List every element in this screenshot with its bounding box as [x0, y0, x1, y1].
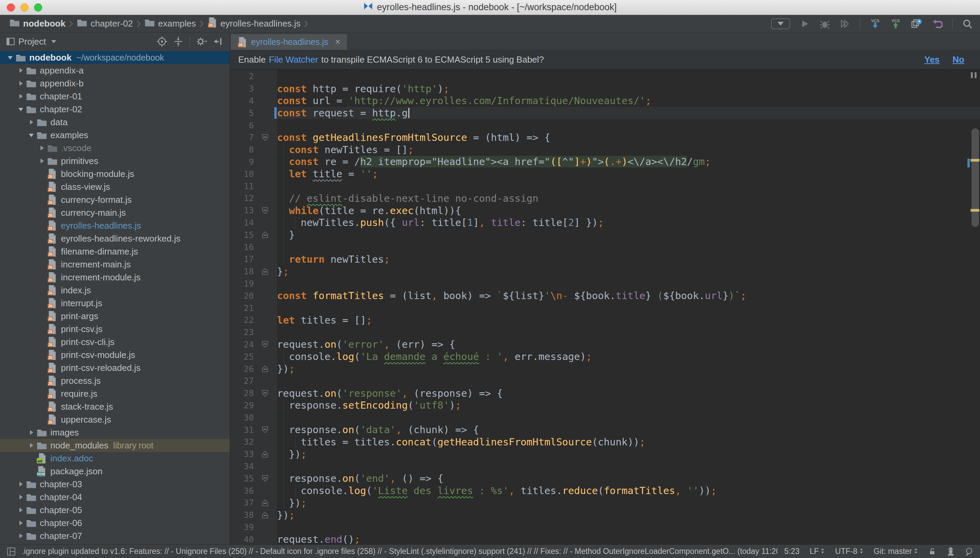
- run-config-selector[interactable]: [771, 18, 790, 29]
- run-button[interactable]: [799, 19, 810, 29]
- code-text[interactable]: request.end();: [276, 533, 980, 544]
- breadcrumb-nodebook[interactable]: nodebook: [8, 17, 67, 30]
- tree-item-filename-dirname-js[interactable]: JSfilename-dirname.js: [0, 245, 230, 258]
- code-text[interactable]: console.log('Liste des livres : %s', tit…: [276, 484, 980, 497]
- tree-item-appendix-b[interactable]: appendix-b: [0, 77, 230, 90]
- breadcrumb-examples[interactable]: examples: [143, 17, 198, 30]
- minimize-window-button[interactable]: [20, 3, 29, 11]
- fold-marker-icon[interactable]: [254, 207, 276, 215]
- git-branch[interactable]: Git: master: [874, 547, 918, 556]
- tree-item-print-csv-reloaded-js[interactable]: JSprint-csv-reloaded.js: [0, 361, 230, 374]
- tree-item-vscode[interactable]: .vscode: [0, 141, 230, 154]
- zoom-window-button[interactable]: [34, 3, 42, 11]
- code-text[interactable]: const url = 'http://www.eyrolles.com/Inf…: [276, 95, 980, 107]
- file-encoding[interactable]: UTF-8: [835, 547, 863, 556]
- code-text[interactable]: [276, 119, 980, 131]
- tree-item-print-args[interactable]: JSprint-args: [0, 310, 230, 323]
- code-text[interactable]: titles = titles.concat(getHeadlinesFromH…: [276, 436, 980, 448]
- code-text[interactable]: [276, 326, 980, 338]
- tree-item-index-adoc[interactable]: adindex.adoc: [0, 452, 230, 465]
- code-text[interactable]: let titles = [];: [276, 314, 980, 326]
- code-text[interactable]: [276, 241, 980, 253]
- history-button[interactable]: [911, 18, 922, 29]
- tree-collapsed-arrow-icon[interactable]: [26, 119, 37, 126]
- tab-eyrolles-headlines[interactable]: JS eyrolles-headlines.js ×: [231, 34, 347, 50]
- tree-item-blocking-module-js[interactable]: JSblocking-module.js: [0, 167, 230, 181]
- close-window-button[interactable]: [7, 3, 15, 11]
- tree-collapsed-arrow-icon[interactable]: [26, 442, 37, 449]
- lock-icon[interactable]: [928, 547, 936, 556]
- fold-marker-icon[interactable]: [254, 268, 276, 276]
- tree-item-interrupt-js[interactable]: JSinterrupt.js: [0, 297, 230, 310]
- undo-button[interactable]: [932, 19, 942, 29]
- code-text[interactable]: });: [276, 363, 980, 375]
- chevron-down-icon[interactable]: [51, 40, 56, 43]
- tree-item-uppercase-js[interactable]: JSuppercase.js: [0, 413, 230, 426]
- code-text[interactable]: let title = '';: [276, 168, 980, 180]
- tree-collapsed-arrow-icon[interactable]: [15, 507, 26, 514]
- tree-item-increment-module-js[interactable]: JSincrement-module.js: [0, 271, 230, 284]
- tree-item-chapter-06[interactable]: chapter-06: [0, 517, 230, 529]
- tree-item-print-csv-module-js[interactable]: JSprint-csv-module.js: [0, 348, 230, 361]
- close-tab-icon[interactable]: ×: [335, 38, 341, 47]
- hide-button[interactable]: [213, 36, 223, 47]
- code-text[interactable]: const http = require('http');: [276, 83, 980, 95]
- code-text[interactable]: return newTitles;: [276, 253, 980, 265]
- tree-item-primitives[interactable]: primitives: [0, 154, 230, 167]
- fold-marker-icon[interactable]: [254, 133, 276, 141]
- analysis-status-icon[interactable]: [971, 72, 977, 78]
- code-text[interactable]: while(title = re.exec(html)){: [276, 205, 980, 217]
- editor-scrollbar[interactable]: [972, 128, 979, 227]
- code-text[interactable]: const newTitles = [];: [276, 144, 980, 156]
- tree-collapsed-arrow-icon[interactable]: [15, 93, 26, 100]
- tree-item-index-js[interactable]: JSindex.js: [0, 284, 230, 297]
- code-text[interactable]: request.on('error', (err) => {: [276, 338, 980, 351]
- event-log-icon[interactable]: [965, 547, 973, 556]
- code-text[interactable]: }: [276, 229, 980, 241]
- tree-item-increment-main-js[interactable]: JSincrement-main.js: [0, 258, 230, 271]
- file-watcher-link[interactable]: File Watcher: [269, 54, 318, 65]
- code-text[interactable]: });: [276, 509, 980, 521]
- tree-item-currency-main-js[interactable]: JScurrency-main.js: [0, 206, 230, 219]
- tree-item-chapter-01[interactable]: chapter-01: [0, 90, 230, 103]
- code-text[interactable]: [276, 180, 980, 192]
- fold-marker-icon[interactable]: [254, 389, 276, 397]
- code-text[interactable]: [276, 71, 980, 83]
- tree-collapsed-arrow-icon[interactable]: [15, 532, 26, 539]
- code-editor[interactable]: 23const http = require('http');4const ur…: [230, 70, 980, 544]
- tree-item-chapter-07[interactable]: chapter-07: [0, 529, 230, 542]
- tree-item-chapter-03[interactable]: chapter-03: [0, 478, 230, 491]
- code-text[interactable]: console.log('La demande a échoué : ', er…: [276, 350, 980, 363]
- tree-item-eyrolles-headlines-js[interactable]: JSeyrolles-headlines.js: [0, 219, 230, 232]
- code-text[interactable]: [276, 302, 980, 314]
- tree-collapsed-arrow-icon[interactable]: [36, 144, 47, 151]
- code-text[interactable]: response.on('data', (chunk) => {: [276, 423, 980, 436]
- coverage-button[interactable]: [840, 19, 850, 29]
- search-button[interactable]: [962, 19, 972, 29]
- tree-collapsed-arrow-icon[interactable]: [15, 481, 26, 487]
- code-text[interactable]: const request = http.g: [276, 107, 980, 119]
- project-panel-title[interactable]: Project: [18, 36, 46, 47]
- hector-inspections-icon[interactable]: [947, 547, 955, 556]
- tree-collapsed-arrow-icon[interactable]: [15, 520, 26, 526]
- tree-item-print-csv-cli-js[interactable]: JSprint-csv-cli.js: [0, 335, 230, 348]
- code-text[interactable]: [276, 460, 980, 473]
- vcs-push-button[interactable]: VCS: [890, 18, 901, 30]
- code-text[interactable]: request.on('response', (response) => {: [276, 387, 980, 399]
- tree-item-chapter-04[interactable]: chapter-04: [0, 491, 230, 504]
- tree-item-appendix-a[interactable]: appendix-a: [0, 64, 230, 77]
- collapse-button[interactable]: [173, 36, 184, 47]
- tree-expanded-arrow-icon[interactable]: [5, 54, 16, 61]
- tree-item-package-json[interactable]: JSONpackage.json: [0, 465, 230, 478]
- code-text[interactable]: const formatTitles = (list, book) => `${…: [276, 290, 980, 302]
- tree-item-data[interactable]: data: [0, 116, 230, 129]
- tree-item-currency-format-js[interactable]: JScurrency-format.js: [0, 193, 230, 206]
- toolwindow-switcher-icon[interactable]: [7, 547, 16, 556]
- code-text[interactable]: [276, 277, 980, 290]
- fold-marker-icon[interactable]: [254, 340, 276, 348]
- code-text[interactable]: [276, 521, 980, 533]
- banner-no-link[interactable]: No: [952, 54, 964, 65]
- code-text[interactable]: // eslint-disable-next-line no-cond-assi…: [276, 192, 980, 205]
- code-text[interactable]: const getHeadlinesFromHtmlSource = (html…: [276, 131, 980, 144]
- fold-marker-icon[interactable]: [254, 450, 276, 458]
